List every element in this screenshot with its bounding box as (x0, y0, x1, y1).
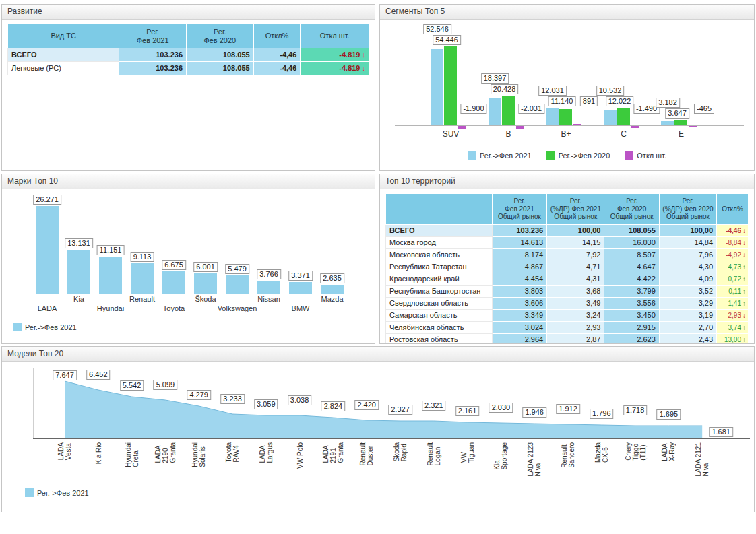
category-label[interactable]: E (679, 129, 684, 139)
category-label[interactable]: Mazda CX-5 (594, 442, 609, 463)
cell-deviation[interactable]: -8,84↓ (717, 237, 749, 249)
category-label[interactable]: BMW (292, 304, 310, 312)
cell[interactable]: -4,46 (253, 48, 301, 62)
cell[interactable]: 4,71 (547, 261, 604, 273)
cell[interactable]: 108.055 (187, 48, 254, 62)
bar-e-otkl[interactable] (689, 126, 697, 127)
category-label[interactable]: Renault Duster (359, 442, 374, 465)
category-label[interactable]: LADA Vesta (57, 442, 72, 460)
bar-e-reg-2020[interactable] (674, 120, 687, 125)
cell[interactable]: 4.867 (492, 261, 546, 273)
cell[interactable]: 4,31 (547, 273, 604, 286)
cell[interactable]: 16.030 (604, 237, 659, 249)
table-row[interactable]: Республика Башкортостан3.8033,683.7993,5… (386, 286, 749, 298)
category-label[interactable]: VW Tiguan (460, 442, 475, 463)
cell[interactable]: 108.055 (187, 62, 254, 75)
category-label[interactable]: LADA 2190 Granta (154, 442, 177, 463)
category-label[interactable]: Toyota (163, 304, 185, 312)
bar-bplus-reg-2021[interactable] (546, 108, 559, 125)
cell[interactable]: 3,68 (547, 286, 604, 298)
cell[interactable]: 3.024 (492, 322, 546, 334)
row-label[interactable]: Москва город (386, 237, 493, 249)
cell[interactable]: 3,19 (659, 310, 716, 322)
bar-c-otkl[interactable] (631, 126, 639, 128)
category-label[interactable]: Renault Logan (427, 442, 441, 465)
cell-deviation[interactable]: 4,73↑ (717, 261, 749, 273)
bar-e-reg-2021[interactable] (661, 121, 674, 125)
row-label[interactable]: Республика Татарстан (386, 261, 493, 273)
bar-c-reg-2021[interactable] (604, 110, 617, 125)
panel-header[interactable]: Развитие (2, 5, 375, 20)
column-header[interactable]: Рег. (%ДР) Фев 2021 Общий рынок (547, 194, 604, 225)
category-label[interactable]: LADA 2121 Niva (695, 442, 710, 477)
column-header[interactable]: Откл% (717, 194, 749, 225)
cell[interactable]: 2,70 (659, 322, 716, 334)
column-header[interactable]: Рег. Фев 2021 (119, 24, 187, 48)
cell[interactable]: 2.915 (604, 322, 659, 334)
table-row[interactable]: Челябинская область3.0242,932.9152,703,7… (386, 322, 749, 334)
category-label[interactable]: Hyundai Creta (125, 442, 139, 467)
table-row[interactable]: Московская область8.1747,928.5977,96-4,9… (386, 249, 749, 261)
category-label[interactable]: Kia Sportage (493, 442, 508, 470)
cell[interactable]: 2.623 (604, 334, 659, 344)
bar-suv-reg-2021[interactable] (431, 49, 443, 125)
bar-lada[interactable] (36, 206, 59, 294)
category-label[interactable]: LADA X-Ray (661, 442, 676, 461)
category-label[interactable]: B+ (561, 129, 571, 139)
category-label[interactable]: C (621, 129, 627, 139)
table-row[interactable]: Москва город14.61314,1516.03014,84-8,84↓ (386, 237, 749, 249)
table-row[interactable]: Краснодарский край4.4544,314.4224,090,72… (386, 273, 749, 286)
bar-bmw[interactable] (289, 282, 312, 294)
column-header[interactable]: Рег. Фев 2020 (187, 24, 254, 48)
row-label[interactable]: Московская область (386, 249, 493, 261)
bar-suv-reg-2020[interactable] (444, 46, 457, 125)
cell[interactable]: 3.606 (492, 298, 546, 310)
column-header[interactable]: Вид ТС (8, 24, 119, 48)
cell[interactable]: -4,46 (253, 62, 301, 75)
cell[interactable]: 4.422 (604, 273, 659, 286)
bar-kia[interactable] (67, 250, 90, 294)
bar-bplus-reg-2020[interactable] (559, 109, 572, 125)
bar-hyundai[interactable] (99, 257, 122, 294)
legend-item[interactable]: Рег.->Фев 2021 (25, 488, 89, 497)
bar-mazda[interactable] (321, 285, 344, 294)
category-label[interactable]: Škoda (195, 295, 216, 303)
column-header[interactable]: Рег. Фев 2021 Общий рынок (492, 194, 546, 225)
cell[interactable]: 4.647 (604, 261, 659, 273)
column-header[interactable]: Откл% (253, 24, 301, 48)
bar-nissan[interactable] (257, 281, 280, 294)
category-label[interactable]: Mazda (321, 295, 343, 303)
bar-b-reg-2021[interactable] (489, 98, 501, 125)
category-label[interactable]: LADA Largus (259, 442, 274, 463)
panel-header[interactable]: Топ 10 территорий (380, 174, 754, 189)
category-label[interactable]: Hyundai (97, 304, 124, 312)
category-label[interactable]: Kia Rio (94, 442, 102, 464)
bar-volkswagen[interactable] (226, 275, 249, 294)
cell[interactable]: 4,30 (659, 261, 716, 273)
cell[interactable]: 4,09 (659, 273, 716, 286)
category-label[interactable]: SUV (443, 129, 460, 139)
cell[interactable]: 8.597 (604, 249, 659, 261)
category-label[interactable]: B (505, 129, 511, 139)
cell-deviation[interactable]: -4,92↓ (717, 249, 749, 261)
row-label[interactable]: ВСЕГО (386, 225, 493, 237)
cell[interactable]: 3,29 (659, 298, 716, 310)
panel-header[interactable]: Модели Топ 20 (2, 347, 754, 362)
cell[interactable]: 100,00 (547, 225, 604, 237)
cell[interactable]: 8.174 (492, 249, 546, 261)
cell[interactable]: 103.236 (119, 48, 187, 62)
bar-bplus-otkl[interactable] (573, 124, 581, 125)
row-label[interactable]: Челябинская область (386, 322, 493, 334)
cell[interactable]: 2,93 (547, 322, 604, 334)
cell[interactable]: 2,87 (547, 334, 604, 344)
cell[interactable]: 3.450 (604, 310, 659, 322)
row-label[interactable]: Ростовская область (386, 334, 493, 344)
legend-item[interactable]: Откл шт. (625, 151, 666, 160)
column-header[interactable] (386, 194, 493, 225)
cell[interactable]: 3,24 (547, 310, 604, 322)
cell-deviation[interactable]: 3,74↑ (717, 322, 749, 334)
category-label[interactable]: LADA 2191 Granta (322, 442, 344, 463)
table-row[interactable]: Свердловская область3.6063,493.5563,291,… (386, 298, 749, 310)
cell[interactable]: 4.454 (492, 273, 546, 286)
category-label[interactable]: Chery Tiggo (T11) (624, 442, 646, 461)
